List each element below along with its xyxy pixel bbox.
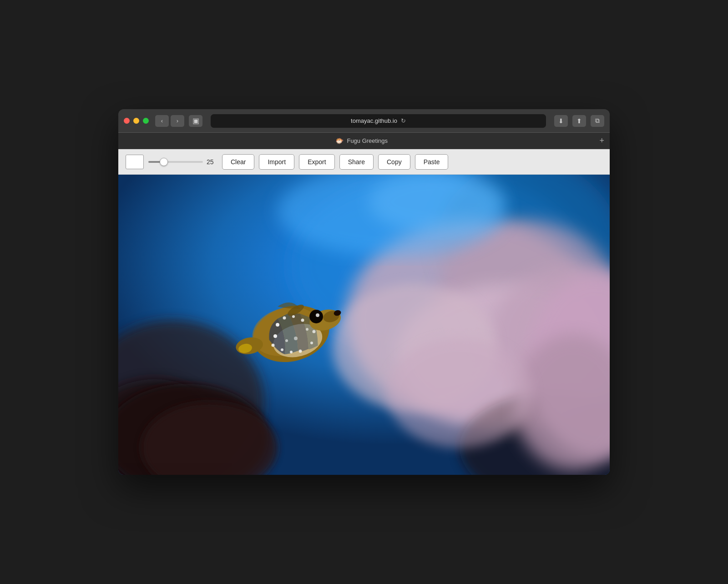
paste-button[interactable]: Paste — [415, 154, 449, 170]
import-button[interactable]: Import — [259, 154, 294, 170]
svg-point-25 — [299, 350, 302, 353]
tabbar: 🐡 Fugu Greetings + — [118, 133, 610, 149]
forward-button[interactable]: › — [171, 115, 184, 127]
tab-title: Fugu Greetings — [347, 137, 388, 144]
tabs-button[interactable]: ⧉ — [591, 115, 604, 127]
clear-button[interactable]: Clear — [222, 154, 254, 170]
svg-point-36 — [316, 313, 319, 317]
svg-point-17 — [276, 323, 279, 327]
svg-point-24 — [290, 351, 293, 353]
svg-point-19 — [292, 315, 295, 318]
maximize-button[interactable] — [143, 118, 149, 124]
browser-window: ‹ › ▣ tomayac.github.io ↻ ⬇ ⬆ ⧉ — [118, 109, 610, 475]
download-icon: ⬇ — [558, 117, 564, 125]
svg-point-28 — [294, 337, 298, 340]
back-icon: ‹ — [161, 117, 163, 124]
brush-size-value: 25 — [207, 158, 217, 166]
svg-point-35 — [310, 310, 323, 323]
tab-favicon: 🐡 — [335, 137, 344, 145]
svg-point-22 — [272, 344, 275, 347]
url-display: tomayac.github.io — [351, 117, 397, 124]
share-app-button[interactable]: Share — [339, 154, 374, 170]
forward-icon: › — [177, 117, 178, 124]
svg-point-23 — [281, 348, 283, 351]
copy-button[interactable]: Copy — [378, 154, 410, 170]
color-picker[interactable] — [126, 155, 144, 169]
fish-scene — [118, 175, 610, 475]
new-tab-button[interactable]: + — [599, 136, 604, 146]
app-toolbar: 25 Clear Import Export Share Copy Paste — [118, 149, 610, 175]
titlebar: ‹ › ▣ tomayac.github.io ↻ ⬇ ⬆ ⧉ — [118, 109, 610, 133]
back-button[interactable]: ‹ — [155, 115, 169, 127]
close-button[interactable] — [124, 118, 130, 124]
sidebar-toggle-button[interactable]: ▣ — [189, 115, 202, 127]
svg-point-30 — [306, 328, 308, 331]
canvas-area[interactable] — [118, 175, 610, 475]
share-button[interactable]: ⬆ — [572, 115, 586, 127]
minimize-button[interactable] — [133, 118, 139, 124]
svg-point-27 — [313, 330, 316, 333]
svg-point-18 — [283, 317, 286, 320]
share-icon: ⬆ — [576, 117, 582, 125]
address-bar[interactable]: tomayac.github.io ↻ — [211, 114, 546, 128]
tabs-icon: ⧉ — [595, 117, 600, 125]
svg-point-29 — [285, 339, 288, 342]
brush-size-container: 25 — [148, 158, 217, 166]
svg-point-21 — [273, 334, 277, 338]
browser-toolbar-icons: ⬇ ⬆ ⧉ — [554, 115, 604, 127]
export-button[interactable]: Export — [299, 154, 334, 170]
download-button[interactable]: ⬇ — [554, 115, 568, 127]
active-tab[interactable]: 🐡 Fugu Greetings — [124, 137, 599, 145]
reload-button[interactable]: ↻ — [401, 117, 406, 124]
brush-size-slider[interactable] — [148, 161, 203, 163]
svg-point-20 — [301, 319, 304, 322]
svg-point-26 — [310, 342, 313, 344]
traffic-lights — [124, 118, 149, 124]
svg-point-13 — [387, 338, 532, 448]
nav-buttons: ‹ › — [155, 115, 184, 127]
sidebar-icon: ▣ — [192, 116, 199, 125]
